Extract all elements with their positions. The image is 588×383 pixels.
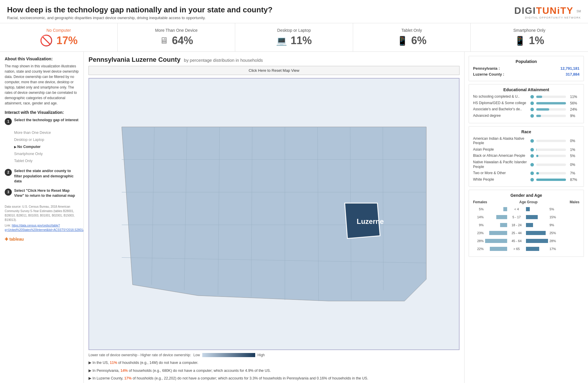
age-group-header: Age Group (519, 200, 537, 204)
map-title: Pennsylvania Luzerne County (88, 56, 181, 63)
race-title: Race (473, 129, 579, 134)
legend-low: Low (193, 353, 200, 357)
logo-sub: DIGITAL OPPORTUNITY NETWORK (514, 16, 581, 19)
step-3: 3 Select "Click Here to Reset Map View" … (5, 188, 79, 199)
education-row: No schooling completed & U.. 11% (473, 94, 579, 99)
map-svg: Luzerne (89, 79, 459, 349)
stat-desktop-value: 11% (290, 34, 312, 47)
race-section: Race American Indian & Alaska Native Peo… (469, 126, 584, 187)
sidebar: About this Visualization: The map shown … (0, 52, 84, 383)
insight-1: ▶ In the US, 11% of housholds (e.g., 14M… (88, 360, 460, 366)
stats-bar: No Computer 🚫 17% More Than One Device 🖥… (0, 23, 588, 52)
stat-no-computer-value: 17% (56, 34, 78, 47)
filter-no-computer[interactable]: No Computer (14, 143, 79, 150)
step-3-num: 3 (5, 189, 12, 196)
pa-label: Pennsylvania : (473, 66, 500, 71)
age-rows: 5% < 4 5% 14% 5 - 17 15% 9% 18 - 24 9% 2… (473, 206, 579, 252)
stat-more-than-one-value: 64% (172, 34, 193, 47)
about-title: About this Visualization: (5, 56, 79, 61)
sidebar-footer: Data source: U.S. Census Bureau, 2018 Am… (5, 204, 79, 232)
about-text: The map shown in this visualization illu… (5, 64, 79, 106)
legend-high: High (258, 353, 265, 357)
education-row: Associate's and Bachelor's de.. 24% (473, 107, 579, 112)
step-3-text: Select "Click Here to Reset Map View" to… (14, 188, 79, 199)
stat-smartphone[interactable]: Smartphone Only 📱 1% (471, 23, 588, 51)
map-container[interactable]: Luzerne (88, 78, 460, 350)
legend-bar (202, 353, 255, 357)
map-subtitle: by percentage distribution in households (184, 58, 263, 63)
step-1-text: Select the technology gap of interest (14, 118, 78, 123)
filter-tablet[interactable]: Tablet Only (14, 157, 79, 164)
reset-map-button[interactable]: Click Here to Reset Map View (88, 66, 460, 75)
step-2-text: Select the state and/or county to filter… (14, 169, 79, 184)
stat-desktop[interactable]: Desktop or Laptop 💻 11% (235, 23, 353, 51)
population-title: Population (473, 59, 579, 64)
population-section: Population Pennsylvania : 12,791,181 Luz… (469, 56, 584, 81)
right-panel: Population Pennsylvania : 12,791,181 Luz… (465, 52, 588, 383)
female-header: Females (473, 200, 487, 204)
logo-tuni: TUNiTY (536, 5, 573, 16)
pa-population-row: Pennsylvania : 12,791,181 (473, 66, 579, 71)
header: How deep is the technology gap nationall… (0, 0, 588, 23)
stat-more-than-one-label: More Than One Device (123, 28, 229, 33)
race-row: Native Hawaiian & Pacific Islander Peopl… (473, 160, 579, 169)
data-link[interactable]: https://data.census.gov/cedsci/table?g=U… (5, 224, 84, 232)
education-title: Educational Attainment (473, 87, 579, 92)
insight-3: ▶ In Luzerne County, 17% of housholds (e… (88, 376, 460, 381)
stat-tablet-icon: 📱 (397, 36, 408, 46)
stat-smartphone-value: 1% (529, 34, 544, 47)
link-label: Link: (5, 224, 11, 227)
filter-list: More than One Device Desktop or Laptop N… (14, 129, 79, 164)
stat-desktop-icon: 💻 (276, 36, 287, 46)
data-source: Data source: U.S. Census Bureau, 2018 Am… (5, 204, 79, 222)
male-header: Males (570, 200, 579, 204)
main-layout: About this Visualization: The map shown … (0, 52, 588, 383)
education-row: Advanced degree 9% (473, 114, 579, 118)
race-row: White People 87% (473, 177, 579, 182)
age-row: 28% 45 - 64 28% (473, 238, 579, 244)
age-row: 23% 25 - 44 25% (473, 230, 579, 236)
map-title-row: Pennsylvania Luzerne County by percentag… (88, 56, 460, 64)
stat-desktop-label: Desktop or Laptop (241, 28, 347, 33)
stat-more-than-one[interactable]: More Than One Device 🖥 64% (118, 23, 235, 51)
stat-no-computer-label: No Computer (6, 28, 111, 33)
stat-tablet[interactable]: Tablet Only 📱 6% (353, 23, 471, 51)
stat-tablet-value: 6% (411, 34, 427, 47)
legend-description: Lower rate of device ownership - Higher … (88, 353, 191, 357)
stat-smartphone-label: Smartphone Only (477, 28, 582, 33)
gender-age-title: Gender and Age (473, 193, 579, 198)
education-section: Educational Attainment No schooling comp… (469, 84, 584, 123)
filter-more-than-one[interactable]: More than One Device (14, 129, 79, 136)
race-rows: American Indian & Alaska Native People 0… (473, 136, 579, 182)
stat-more-icon: 🖥 (160, 36, 168, 46)
race-row: American Indian & Alaska Native People 0… (473, 136, 579, 146)
tableau-logo: ✚ tableau (5, 237, 79, 242)
race-row: Black or African American People 5% (473, 154, 579, 158)
page-title: How deep is the technology gap nationall… (7, 5, 273, 14)
luzerne-county-label: Luzerne County : (473, 72, 504, 76)
filter-desktop[interactable]: Desktop or Laptop (14, 136, 79, 143)
filter-smartphone[interactable]: Smartphone Only (14, 150, 79, 157)
gender-age-section: Gender and Age Females Age Group Males 5… (469, 190, 584, 257)
insight-2: ▶ In Pennsylvania, 14% of households (e.… (88, 368, 460, 374)
race-row: Asian People 1% (473, 147, 579, 152)
race-row: Two or More & Other 7% (473, 171, 579, 176)
center-panel: Pennsylvania Luzerne County by percentag… (84, 52, 465, 383)
luzerne-label: Luzerne (357, 217, 384, 225)
age-row: 14% 5 - 17 15% (473, 214, 579, 220)
page-subtitle: Racial, socioeconomic, and geographic di… (7, 16, 273, 20)
stat-no-computer-icon: 🚫 (40, 34, 53, 47)
education-rows: No schooling completed & U.. 11% HS Dipl… (473, 94, 579, 118)
logo-digi: DIGI (514, 5, 536, 16)
age-row: 22% > 65 17% (473, 246, 579, 252)
insight-list: ▶ In the US, 11% of housholds (e.g., 14M… (88, 360, 460, 383)
step-1: 1 Select the technology gap of interest (5, 118, 79, 125)
header-title-block: How deep is the technology gap nationall… (7, 5, 273, 20)
step-2-num: 2 (5, 169, 12, 176)
step-1-num: 1 (5, 118, 12, 125)
interact-title: Interact with the Visualization: (5, 110, 79, 115)
legend-row: Lower rate of device ownership - Higher … (88, 353, 460, 357)
age-row: 5% < 4 5% (473, 206, 579, 212)
pa-value: 12,791,181 (560, 66, 579, 71)
stat-no-computer[interactable]: No Computer 🚫 17% (0, 23, 118, 51)
